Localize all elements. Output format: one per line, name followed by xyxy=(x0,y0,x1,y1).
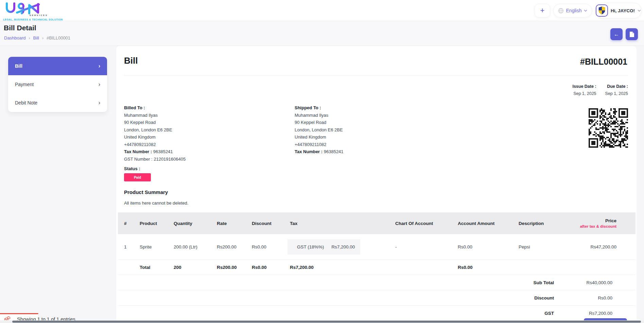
divider xyxy=(124,76,628,76)
shipped-to-label: Shipped To : xyxy=(295,104,344,112)
status-badge: Paid xyxy=(124,173,151,181)
cell-index: 1 xyxy=(118,244,133,249)
back-arrow-icon: ← xyxy=(614,32,619,37)
brand-tagline-text: LEGAL, BUSINESS & TECHNICAL SOLUTION xyxy=(3,18,60,21)
cell-discount: Rs0.00 xyxy=(245,244,283,249)
product-summary-note: All items here cannot be deleted. xyxy=(124,200,188,206)
shipped-to-address1: 90 Keppel Road xyxy=(295,119,344,126)
qr-code xyxy=(589,108,628,146)
chevron-right-icon: › xyxy=(29,36,30,41)
shipped-to-name: Muhammad Ilyas xyxy=(295,112,344,119)
cell-rate: Rs200.00 xyxy=(210,244,245,249)
page-title: Bill Detail xyxy=(4,24,36,32)
sidebar-item-bill[interactable]: Bill › xyxy=(8,57,107,75)
total-rate: Rs200.00 xyxy=(210,265,245,270)
page-header: Bill Detail Dashboard › Bill › #BILL0000… xyxy=(0,21,644,46)
plus-icon: + xyxy=(540,7,545,14)
top-navbar: SERVICES LEGAL, BUSINESS & TECHNICAL SOL… xyxy=(0,0,644,21)
tax-chip: GST (18%%) Rs7,200.00 xyxy=(288,239,360,255)
brand-logo[interactable]: SERVICES LEGAL, BUSINESS & TECHNICAL SOL… xyxy=(3,1,60,20)
issue-date: Issue Date : Sep 1, 2025 xyxy=(572,83,596,97)
chevron-down-icon xyxy=(638,10,641,12)
cell-account-amount: Rs0.00 xyxy=(451,244,512,249)
col-price: Price after tax & discount xyxy=(572,218,636,228)
horizontal-scrollbar xyxy=(0,320,644,323)
cell-chart-of-account: - xyxy=(388,244,451,249)
discount-row: Discount Rs0.00 xyxy=(118,290,636,306)
bill-detail-page: SERVICES LEGAL, BUSINESS & TECHNICAL SOL… xyxy=(0,0,644,323)
total-tax: Rs7,200.00 xyxy=(283,265,388,270)
issue-date-value: Sep 1, 2025 xyxy=(572,90,596,97)
chevron-right-icon: › xyxy=(99,63,100,69)
tax-name: GST (18%%) xyxy=(297,244,324,249)
breadcrumb-dashboard-link[interactable]: Dashboard xyxy=(4,35,26,41)
cell-tax: GST (18%%) Rs7,200.00 xyxy=(283,239,388,255)
breadcrumb-current: #BILL00001 xyxy=(47,35,70,41)
gst-label: GST xyxy=(118,311,554,316)
billed-to-block: Billed To : Muhammad Ilyas 90 Keppel Roa… xyxy=(124,104,186,163)
shipped-to-address2: London, London E6 2BE xyxy=(295,126,344,134)
subtotal-row: Sub Total Rs40,000.00 xyxy=(118,275,636,290)
globe-icon xyxy=(558,8,564,14)
shipped-to-block: Shipped To : Muhammad Ilyas 90 Keppel Ro… xyxy=(295,104,344,156)
chevron-down-icon xyxy=(584,10,587,12)
status-label: Status : xyxy=(124,166,140,171)
horizontal-scrollbar-thumb[interactable] xyxy=(12,321,641,323)
product-summary-title: Product Summary xyxy=(124,189,168,195)
profile-menu[interactable]: Hi, JAYCO! xyxy=(595,3,642,18)
table-row: 1 Sprite 200.00 (Ltr) Rs200.00 Rs0.00 GS… xyxy=(118,234,636,260)
breadcrumb: Dashboard › Bill › #BILL00001 xyxy=(4,35,70,41)
col-index: # xyxy=(118,221,133,226)
subtotal-value: Rs40,000.00 xyxy=(554,280,636,285)
table-header-row: # Product Quantity Rate Discount Tax Cha… xyxy=(118,212,636,234)
billed-to-address1: 90 Keppel Road xyxy=(124,119,186,126)
product-table: # Product Quantity Rate Discount Tax Cha… xyxy=(118,212,636,321)
download-document-button[interactable] xyxy=(626,28,638,40)
col-tax: Tax xyxy=(283,221,388,226)
col-description: Description xyxy=(512,221,572,226)
chevron-right-icon: › xyxy=(42,36,43,41)
due-date-label: Due Date : xyxy=(605,83,628,90)
billed-to-tax-number: Tax Number : 96385241 xyxy=(124,148,186,156)
cell-price: Rs47,200.00 xyxy=(572,244,636,249)
billed-to-country: United Kingdom xyxy=(124,133,186,141)
total-discount: Rs0.00 xyxy=(245,265,283,270)
cell-product: Sprite xyxy=(133,244,167,249)
gst-row: GST Rs7,200.00 xyxy=(118,306,636,321)
billed-to-label: Billed To : xyxy=(124,104,186,112)
sidebar-item-payment[interactable]: Payment › xyxy=(8,75,107,94)
chevron-right-icon: › xyxy=(99,100,100,106)
total-account-amount: Rs0.00 xyxy=(451,265,512,270)
sidebar-item-label: Payment xyxy=(15,82,34,87)
col-quantity: Quantity xyxy=(167,221,210,226)
due-date-value: Sep 1, 2025 xyxy=(605,90,628,97)
discount-value: Rs0.00 xyxy=(554,295,636,301)
quick-add-button[interactable]: + xyxy=(535,4,550,17)
col-rate: Rate xyxy=(210,221,245,226)
sidebar-item-label: Debit Note xyxy=(15,100,37,106)
sidebar-item-debit-note[interactable]: Debit Note › xyxy=(8,94,107,112)
discount-label: Discount xyxy=(118,295,554,301)
col-chart-of-account: Chart Of Account xyxy=(388,221,451,226)
document-icon xyxy=(629,31,634,37)
gst-value: Rs7,200.00 xyxy=(554,311,636,316)
bill-number: #BILL00001 xyxy=(580,57,627,67)
cell-description: Pepsi xyxy=(512,244,572,249)
billed-to-phone: +447809211082 xyxy=(124,141,186,148)
language-dropdown[interactable]: English xyxy=(553,4,592,17)
back-button[interactable]: ← xyxy=(610,28,623,40)
user-greeting: Hi, JAYCO! xyxy=(611,8,635,13)
cell-quantity: 200.00 (Ltr) xyxy=(167,244,210,249)
shipped-to-tax-number: Tax Number : 96385241 xyxy=(295,148,344,156)
due-date: Due Date : Sep 1, 2025 xyxy=(605,83,628,97)
issue-date-label: Issue Date : xyxy=(572,83,596,90)
breadcrumb-bill-link[interactable]: Bill xyxy=(33,35,39,41)
billed-to-address2: London, London E6 2BE xyxy=(124,126,186,134)
language-label: English xyxy=(566,8,582,13)
shipped-to-country: United Kingdom xyxy=(295,133,344,141)
col-product: Product xyxy=(133,221,167,226)
avatar xyxy=(596,4,608,17)
billed-to-name: Muhammad Ilyas xyxy=(124,112,186,119)
chevron-right-icon: › xyxy=(99,82,100,87)
table-total-row: Total 200 Rs200.00 Rs0.00 Rs7,200.00 Rs0… xyxy=(118,260,636,275)
